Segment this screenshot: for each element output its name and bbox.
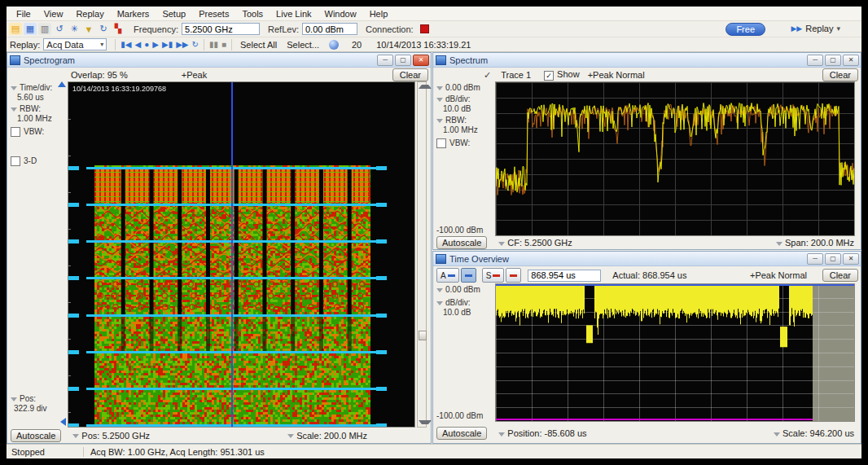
pos-frequency-control[interactable]: Pos: 5.2500 GHz xyxy=(72,431,150,441)
menu-item-replay[interactable]: Replay xyxy=(69,8,110,20)
time-per-div-value: 5.60 us xyxy=(17,93,44,102)
save-icon[interactable]: ▦ xyxy=(24,23,37,35)
spectrum-plot[interactable] xyxy=(495,81,855,236)
spectrogram-top-marker-icon[interactable] xyxy=(58,81,66,87)
close-button[interactable]: ✕ xyxy=(413,55,429,66)
scroll-up-icon[interactable] xyxy=(419,85,432,89)
menu-item-tools[interactable]: Tools xyxy=(235,8,270,20)
threed-checkbox[interactable]: 3-D xyxy=(11,156,37,166)
time-overview-plot[interactable] xyxy=(495,283,855,422)
maximize-button[interactable]: ▢ xyxy=(825,253,841,265)
scrollbar-thumb[interactable] xyxy=(419,331,427,340)
clear-button[interactable]: Clear xyxy=(392,68,428,81)
pos-control[interactable]: Pos: xyxy=(11,394,36,403)
spectrum-trace-display[interactable] xyxy=(496,82,854,235)
trace-selector[interactable]: Trace 1 xyxy=(501,70,531,80)
spectrum-time-manual-button[interactable] xyxy=(506,268,521,283)
minimize-button[interactable]: ─ xyxy=(807,55,823,66)
replay-mode-dropdown[interactable]: ▶▶ Replay ▾ xyxy=(791,24,840,33)
replay-loop-button[interactable]: ↻ xyxy=(192,40,199,49)
vbw-checkbox[interactable]: VBW: xyxy=(11,127,44,137)
menu-item-setup[interactable]: Setup xyxy=(156,8,192,20)
replay-source-combobox[interactable]: Acq Data ▾ xyxy=(43,38,107,50)
trace-dropdown-icon[interactable]: ✓ xyxy=(484,70,491,81)
scale-control[interactable]: Scale: 200.0 MHz xyxy=(287,431,367,441)
time-per-div-control[interactable]: Time/div: xyxy=(11,83,52,92)
replay-stop-button[interactable]: ■ xyxy=(221,40,226,49)
show-checkbox[interactable]: ✓Show xyxy=(544,69,580,80)
print-icon[interactable]: ▥ xyxy=(38,23,51,35)
acquire-icon[interactable]: ↻ xyxy=(97,23,110,35)
main-toolbar: ▤▦▥↺✳▼↻▚ Frequency: RefLev: Connection: … xyxy=(7,21,861,37)
replay-step-forward-button[interactable]: ▶▮ xyxy=(162,40,173,49)
spectrum-panel-icon xyxy=(436,55,446,65)
replay-pause-button[interactable]: ▮▮ xyxy=(209,40,218,49)
analysis-time-auto-button[interactable]: A xyxy=(436,268,459,283)
replay-step-back-button[interactable]: ◀ xyxy=(135,40,142,49)
menu-item-presets[interactable]: Presets xyxy=(192,8,235,20)
cf-control[interactable]: CF: 5.2500 GHz xyxy=(498,238,572,248)
amplitude-icon[interactable]: ▼ xyxy=(82,23,95,35)
free-run-button[interactable]: Free xyxy=(726,23,765,36)
rbw-control[interactable]: RBW: xyxy=(436,116,467,125)
rbw-control[interactable]: RBW: xyxy=(11,104,41,113)
minimize-button[interactable]: ─ xyxy=(377,55,393,66)
expander-icon xyxy=(498,242,505,246)
frequency-input[interactable] xyxy=(182,23,260,35)
spectrogram-title-bar[interactable]: Spectrogram ─ ▢ ✕ xyxy=(7,53,431,68)
db-per-div-control[interactable]: dB/div: xyxy=(436,94,471,103)
ref-level-control[interactable]: 0.00 dBm xyxy=(436,83,480,92)
clear-button[interactable]: Clear xyxy=(822,269,858,282)
scale-control[interactable]: Scale: 946.200 us xyxy=(774,428,854,438)
autoscale-button[interactable]: Autoscale xyxy=(11,429,61,442)
spectrum-time-auto-button[interactable]: S xyxy=(482,268,505,283)
menu-item-help[interactable]: Help xyxy=(363,8,395,20)
ref-level-control[interactable]: 0.00 dBm xyxy=(436,285,480,294)
db-per-div-control[interactable]: dB/div: xyxy=(436,298,471,307)
menu-item-file[interactable]: File xyxy=(10,8,37,20)
detector-label: +Peak Normal xyxy=(588,70,645,80)
checkbox-icon xyxy=(436,138,446,148)
menu-bar: FileViewReplayMarkersSetupPresetsToolsLi… xyxy=(7,7,861,21)
maximize-button[interactable]: ▢ xyxy=(395,55,411,66)
autoscale-button[interactable]: Autoscale xyxy=(436,236,487,249)
menu-item-window[interactable]: Window xyxy=(318,8,363,20)
select-button[interactable]: Select... xyxy=(287,40,319,50)
close-button[interactable]: ✕ xyxy=(843,253,859,265)
span-control[interactable]: Span: 200.0 MHz xyxy=(776,238,854,248)
open-folder-icon[interactable]: ▤ xyxy=(9,23,22,35)
expander-icon xyxy=(498,432,505,436)
time-overview-trace-display[interactable] xyxy=(496,284,854,421)
replay-arrows-icon: ▶▶ xyxy=(791,24,802,33)
maximize-button[interactable]: ▢ xyxy=(825,55,841,66)
markers-icon[interactable]: ▚ xyxy=(112,23,125,35)
select-all-button[interactable]: Select All xyxy=(240,40,277,50)
minimize-button[interactable]: ─ xyxy=(807,253,823,265)
replay-play-button[interactable]: ▶ xyxy=(152,40,159,49)
replay-record-button[interactable]: ● xyxy=(144,40,149,49)
autoscale-button[interactable]: Autoscale xyxy=(436,427,487,440)
spectrogram-plot[interactable]: 10/14/2013 16:33:19.209768 xyxy=(68,81,415,428)
spectrogram-heatmap[interactable] xyxy=(68,82,414,427)
menu-item-live-link[interactable]: Live Link xyxy=(270,8,318,20)
scroll-down-icon[interactable] xyxy=(419,420,432,424)
vbw-checkbox[interactable]: VBW: xyxy=(436,138,470,148)
detector-label: +Peak xyxy=(182,70,208,80)
replay-skip-start-button[interactable]: ▮◀ xyxy=(121,40,131,49)
analysis-length-input[interactable] xyxy=(528,270,601,282)
analysis-time-manual-button[interactable] xyxy=(461,268,476,283)
replay-fast-forward-button[interactable]: ▶▶ xyxy=(176,40,188,49)
menu-item-view[interactable]: View xyxy=(37,8,70,20)
close-button[interactable]: ✕ xyxy=(843,55,859,66)
menu-item-markers[interactable]: Markers xyxy=(111,8,156,20)
spectrum-title-bar[interactable]: Spectrum ─ ▢ ✕ xyxy=(433,53,861,68)
acquisition-info-icon[interactable] xyxy=(329,40,339,50)
clear-button[interactable]: Clear xyxy=(822,68,858,81)
spectrogram-scrollbar[interactable] xyxy=(417,81,427,428)
reflev-input[interactable] xyxy=(302,23,357,35)
position-control[interactable]: Position: -85.608 us xyxy=(498,428,586,438)
spectrogram-pos-marker-icon[interactable] xyxy=(60,418,66,426)
undo-icon[interactable]: ↺ xyxy=(53,23,66,35)
settings-icon[interactable]: ✳ xyxy=(68,23,81,35)
time-overview-title-bar[interactable]: Time Overview ─ ▢ ✕ xyxy=(433,252,861,266)
